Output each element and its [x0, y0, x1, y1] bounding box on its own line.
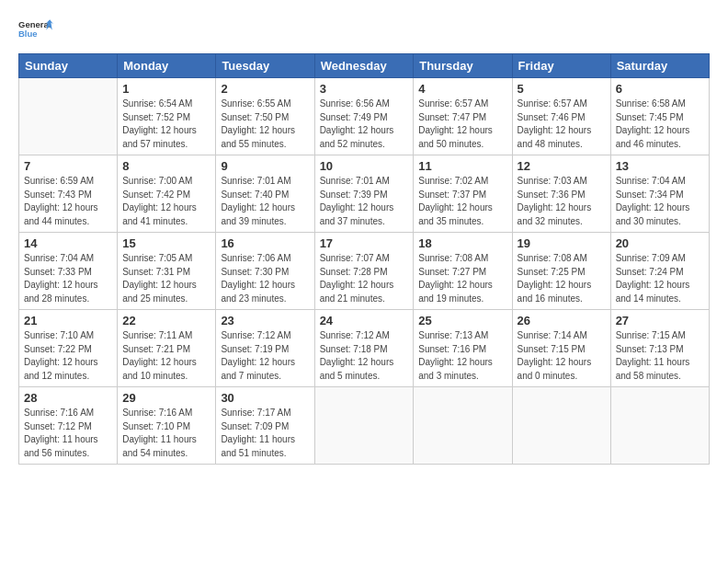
calendar-cell: 4Sunrise: 6:57 AM Sunset: 7:47 PM Daylig… — [414, 78, 512, 155]
day-info: Sunrise: 7:08 AM Sunset: 7:27 PM Dayligh… — [418, 252, 506, 305]
day-info: Sunrise: 7:15 AM Sunset: 7:13 PM Dayligh… — [616, 329, 704, 383]
calendar-cell: 1Sunrise: 6:54 AM Sunset: 7:52 PM Daylig… — [118, 78, 216, 155]
day-info: Sunrise: 6:57 AM Sunset: 7:47 PM Dayligh… — [418, 98, 506, 151]
calendar-cell: 18Sunrise: 7:08 AM Sunset: 7:27 PM Dayli… — [414, 233, 512, 310]
calendar-cell: 7Sunrise: 6:59 AM Sunset: 7:43 PM Daylig… — [19, 155, 118, 233]
calendar-cell: 11Sunrise: 7:02 AM Sunset: 7:37 PM Dayli… — [414, 155, 512, 233]
calendar-week-row: 7Sunrise: 6:59 AM Sunset: 7:43 PM Daylig… — [19, 155, 710, 233]
calendar-cell: 12Sunrise: 7:03 AM Sunset: 7:36 PM Dayli… — [512, 155, 610, 233]
calendar-cell: 14Sunrise: 7:04 AM Sunset: 7:33 PM Dayli… — [19, 233, 118, 310]
calendar-header-monday: Monday — [118, 54, 216, 78]
day-info: Sunrise: 7:05 AM Sunset: 7:31 PM Dayligh… — [122, 252, 210, 305]
day-number: 3 — [320, 82, 409, 96]
calendar-table: SundayMondayTuesdayWednesdayThursdayFrid… — [18, 53, 710, 465]
logo: General Blue — [18, 15, 53, 44]
day-number: 20 — [616, 236, 704, 250]
day-info: Sunrise: 7:13 AM Sunset: 7:16 PM Dayligh… — [418, 329, 506, 383]
day-number: 29 — [122, 391, 210, 405]
calendar-cell — [19, 78, 118, 155]
calendar-cell: 13Sunrise: 7:04 AM Sunset: 7:34 PM Dayli… — [610, 155, 709, 233]
header-area: General Blue — [18, 15, 710, 44]
calendar-header-tuesday: Tuesday — [216, 54, 314, 78]
day-info: Sunrise: 7:12 AM Sunset: 7:19 PM Dayligh… — [221, 329, 309, 383]
day-info: Sunrise: 7:01 AM Sunset: 7:39 PM Dayligh… — [320, 175, 409, 228]
day-number: 1 — [122, 82, 210, 96]
day-info: Sunrise: 6:59 AM Sunset: 7:43 PM Dayligh… — [24, 175, 112, 228]
calendar-cell: 21Sunrise: 7:10 AM Sunset: 7:22 PM Dayli… — [19, 310, 118, 387]
day-number: 26 — [518, 314, 606, 327]
calendar-week-row: 21Sunrise: 7:10 AM Sunset: 7:22 PM Dayli… — [19, 310, 710, 387]
day-number: 9 — [221, 159, 309, 173]
day-number: 5 — [518, 82, 606, 96]
day-number: 24 — [320, 314, 409, 327]
calendar-header-row: SundayMondayTuesdayWednesdayThursdayFrid… — [19, 54, 710, 78]
calendar-cell: 19Sunrise: 7:08 AM Sunset: 7:25 PM Dayli… — [512, 233, 610, 310]
day-number: 17 — [320, 236, 409, 250]
calendar-cell: 9Sunrise: 7:01 AM Sunset: 7:40 PM Daylig… — [216, 155, 314, 233]
day-number: 7 — [24, 159, 112, 173]
calendar-cell — [610, 387, 709, 465]
page-container: General Blue SundayMondayTuesdayWednesda… — [0, 0, 728, 474]
day-number: 6 — [616, 82, 704, 96]
day-info: Sunrise: 7:08 AM Sunset: 7:25 PM Dayligh… — [518, 252, 606, 305]
day-number: 28 — [24, 391, 112, 405]
day-info: Sunrise: 6:56 AM Sunset: 7:49 PM Dayligh… — [320, 98, 409, 151]
calendar-cell: 3Sunrise: 6:56 AM Sunset: 7:49 PM Daylig… — [314, 78, 414, 155]
day-info: Sunrise: 7:10 AM Sunset: 7:22 PM Dayligh… — [24, 329, 112, 383]
calendar-week-row: 1Sunrise: 6:54 AM Sunset: 7:52 PM Daylig… — [19, 78, 710, 155]
day-number: 25 — [418, 314, 506, 327]
day-info: Sunrise: 7:04 AM Sunset: 7:33 PM Dayligh… — [24, 252, 112, 305]
calendar-header-saturday: Saturday — [610, 54, 709, 78]
calendar-cell — [414, 387, 512, 465]
calendar-cell: 6Sunrise: 6:58 AM Sunset: 7:45 PM Daylig… — [610, 78, 709, 155]
day-info: Sunrise: 6:54 AM Sunset: 7:52 PM Dayligh… — [122, 98, 210, 151]
logo-svg: General Blue — [18, 15, 53, 44]
calendar-cell: 16Sunrise: 7:06 AM Sunset: 7:30 PM Dayli… — [216, 233, 314, 310]
day-info: Sunrise: 7:04 AM Sunset: 7:34 PM Dayligh… — [616, 175, 704, 228]
day-info: Sunrise: 7:11 AM Sunset: 7:21 PM Dayligh… — [122, 329, 210, 383]
calendar-cell: 23Sunrise: 7:12 AM Sunset: 7:19 PM Dayli… — [216, 310, 314, 387]
day-info: Sunrise: 7:12 AM Sunset: 7:18 PM Dayligh… — [320, 329, 409, 383]
day-number: 27 — [616, 314, 704, 327]
calendar-header-friday: Friday — [512, 54, 610, 78]
calendar-cell: 24Sunrise: 7:12 AM Sunset: 7:18 PM Dayli… — [314, 310, 414, 387]
day-number: 12 — [518, 159, 606, 173]
calendar-cell: 8Sunrise: 7:00 AM Sunset: 7:42 PM Daylig… — [118, 155, 216, 233]
day-info: Sunrise: 7:02 AM Sunset: 7:37 PM Dayligh… — [418, 175, 506, 228]
day-info: Sunrise: 6:57 AM Sunset: 7:46 PM Dayligh… — [518, 98, 606, 151]
day-number: 14 — [24, 236, 112, 250]
day-number: 21 — [24, 314, 112, 327]
calendar-cell: 22Sunrise: 7:11 AM Sunset: 7:21 PM Dayli… — [118, 310, 216, 387]
calendar-cell: 20Sunrise: 7:09 AM Sunset: 7:24 PM Dayli… — [610, 233, 709, 310]
calendar-cell: 27Sunrise: 7:15 AM Sunset: 7:13 PM Dayli… — [610, 310, 709, 387]
day-info: Sunrise: 7:06 AM Sunset: 7:30 PM Dayligh… — [221, 252, 309, 305]
calendar-cell: 25Sunrise: 7:13 AM Sunset: 7:16 PM Dayli… — [414, 310, 512, 387]
calendar-cell: 15Sunrise: 7:05 AM Sunset: 7:31 PM Dayli… — [118, 233, 216, 310]
calendar-header-sunday: Sunday — [19, 54, 118, 78]
calendar-cell: 2Sunrise: 6:55 AM Sunset: 7:50 PM Daylig… — [216, 78, 314, 155]
day-info: Sunrise: 7:01 AM Sunset: 7:40 PM Dayligh… — [221, 175, 309, 228]
day-number: 13 — [616, 159, 704, 173]
day-number: 4 — [418, 82, 506, 96]
day-number: 30 — [221, 391, 309, 405]
day-info: Sunrise: 7:17 AM Sunset: 7:09 PM Dayligh… — [221, 407, 309, 460]
day-number: 16 — [221, 236, 309, 250]
day-info: Sunrise: 7:16 AM Sunset: 7:10 PM Dayligh… — [122, 407, 210, 460]
calendar-cell: 30Sunrise: 7:17 AM Sunset: 7:09 PM Dayli… — [216, 387, 314, 465]
day-number: 23 — [221, 314, 309, 327]
day-info: Sunrise: 6:55 AM Sunset: 7:50 PM Dayligh… — [221, 98, 309, 151]
calendar-header-wednesday: Wednesday — [314, 54, 414, 78]
svg-text:Blue: Blue — [18, 29, 38, 39]
day-number: 18 — [418, 236, 506, 250]
calendar-header-thursday: Thursday — [414, 54, 512, 78]
day-number: 2 — [221, 82, 309, 96]
calendar-cell: 28Sunrise: 7:16 AM Sunset: 7:12 PM Dayli… — [19, 387, 118, 465]
day-number: 22 — [122, 314, 210, 327]
calendar-cell: 5Sunrise: 6:57 AM Sunset: 7:46 PM Daylig… — [512, 78, 610, 155]
calendar-week-row: 14Sunrise: 7:04 AM Sunset: 7:33 PM Dayli… — [19, 233, 710, 310]
day-info: Sunrise: 7:09 AM Sunset: 7:24 PM Dayligh… — [616, 252, 704, 305]
svg-text:General: General — [18, 19, 51, 29]
day-info: Sunrise: 7:14 AM Sunset: 7:15 PM Dayligh… — [518, 329, 606, 383]
calendar-cell: 10Sunrise: 7:01 AM Sunset: 7:39 PM Dayli… — [314, 155, 414, 233]
day-info: Sunrise: 7:00 AM Sunset: 7:42 PM Dayligh… — [122, 175, 210, 228]
